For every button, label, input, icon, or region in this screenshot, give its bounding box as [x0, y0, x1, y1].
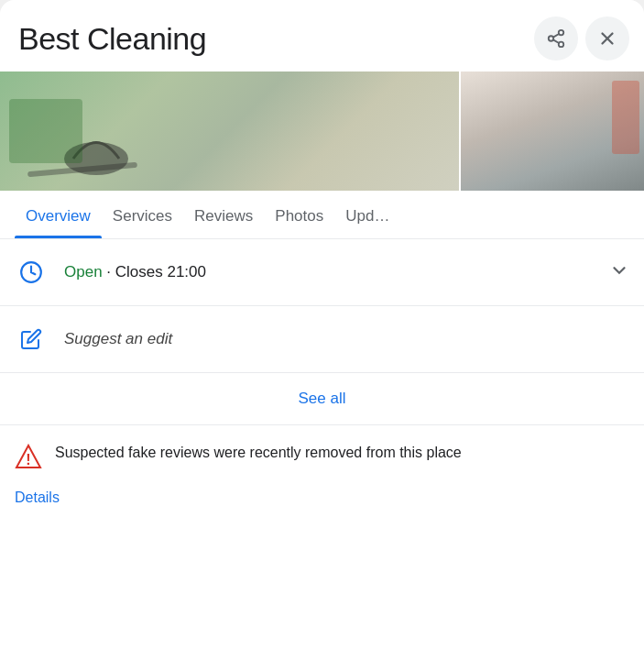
pencil-icon: [20, 328, 42, 350]
share-button[interactable]: [534, 16, 578, 60]
tab-photos[interactable]: Photos: [264, 191, 334, 238]
photo-strip[interactable]: [0, 72, 644, 191]
chevron-down-icon[interactable]: [609, 260, 629, 284]
see-all-row[interactable]: See all: [0, 373, 644, 425]
suggest-edit-row[interactable]: Suggest an edit: [0, 306, 644, 373]
suggest-edit-text: Suggest an edit: [64, 330, 629, 348]
tab-services[interactable]: Services: [102, 191, 183, 238]
closes-time: Closes 21:00: [115, 263, 206, 280]
header: Best Cleaning: [0, 0, 644, 72]
clock-icon-container: [15, 256, 48, 289]
svg-line-3: [553, 39, 559, 43]
svg-text:!: !: [26, 452, 30, 468]
tabs-bar: Overview Services Reviews Photos Upd…: [0, 191, 644, 239]
hours-content: Open · Closes 21:00: [64, 263, 609, 281]
warning-text: Suspected fake reviews were recently rem…: [55, 442, 462, 463]
photo-side[interactable]: [461, 72, 644, 191]
suggest-label: Suggest an edit: [64, 330, 172, 347]
open-status: Open: [64, 263, 103, 280]
business-title: Best Cleaning: [18, 21, 206, 57]
warning-details: Details: [15, 482, 629, 513]
warning-top: ! Suspected fake reviews were recently r…: [15, 442, 629, 473]
hours-separator: ·: [103, 263, 115, 280]
photo-decoration: [55, 104, 137, 177]
photo-main[interactable]: [0, 72, 459, 191]
details-button[interactable]: Details: [15, 482, 60, 513]
see-all-button[interactable]: See all: [299, 390, 346, 408]
clock-icon: [19, 260, 43, 284]
tab-reviews[interactable]: Reviews: [183, 191, 264, 238]
header-actions: [534, 16, 629, 60]
warning-icon: !: [15, 444, 42, 473]
warning-banner: ! Suspected fake reviews were recently r…: [0, 425, 644, 521]
share-icon: [546, 28, 566, 49]
svg-line-4: [553, 34, 559, 38]
hours-row[interactable]: Open · Closes 21:00: [0, 239, 644, 306]
close-button[interactable]: [585, 16, 629, 60]
tab-updates[interactable]: Upd…: [334, 191, 400, 238]
pencil-icon-container: [15, 323, 48, 356]
close-icon: [597, 28, 617, 49]
business-card: Best Cleaning: [0, 0, 644, 660]
tab-overview[interactable]: Overview: [15, 191, 102, 238]
